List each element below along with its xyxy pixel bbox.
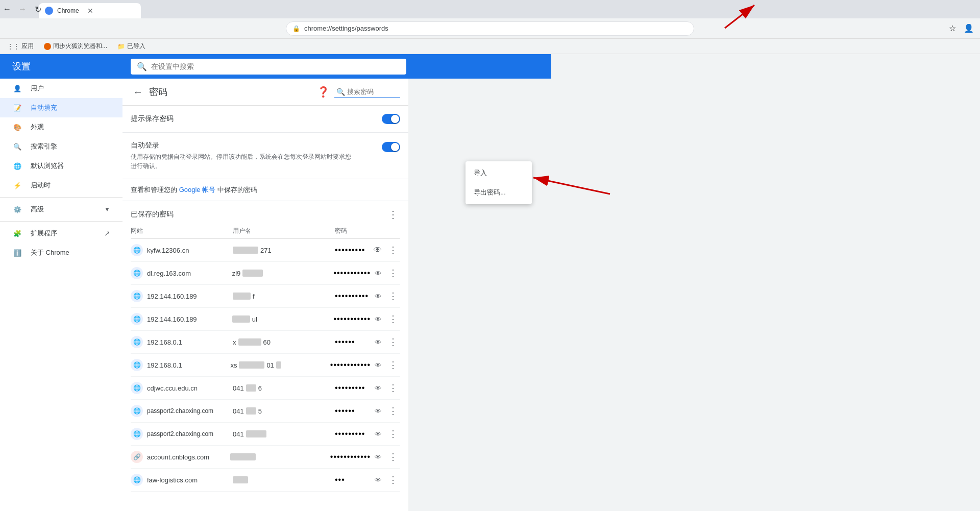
- sidebar-item-extensions[interactable]: 🧩 扩展程序 ↗: [0, 224, 122, 243]
- passwords-header-actions: ❓ 🔍: [316, 85, 400, 99]
- more-8[interactable]: ⋮: [386, 427, 400, 441]
- more-9[interactable]: ⋮: [386, 450, 400, 464]
- user-icon: 👤: [12, 85, 22, 92]
- bookmarks-bar: ⋮⋮ 应用 同步火狐浏览器和... 📁 已导入: [0, 39, 980, 54]
- password-row-3: 🌐 192.144.160.189 ul ••••••••••• 👁 ⋮: [131, 308, 400, 331]
- sidebar-item-user[interactable]: 👤 用户: [0, 79, 122, 98]
- reveal-pass-9[interactable]: 👁: [371, 450, 385, 464]
- google-account-link[interactable]: Google 帐号: [179, 186, 216, 193]
- context-menu-export[interactable]: 导出密码...: [465, 183, 532, 202]
- pass-cell-0: •••••••••: [335, 246, 371, 255]
- search-password-input[interactable]: [347, 88, 398, 95]
- google-account-row: 查看和管理您的 Google 帐号 中保存的密码: [122, 179, 408, 201]
- firefox-favicon: [44, 43, 51, 50]
- passwords-header: ← 密码 ❓ 🔍: [122, 79, 408, 106]
- col-user-header: 用户名: [233, 227, 335, 235]
- settings-search-bar[interactable]: 🔍: [131, 59, 406, 75]
- reveal-pass-5[interactable]: 👁: [371, 358, 385, 372]
- settings-search-area: 🔍: [122, 54, 551, 79]
- passwords-content: ← 密码 ❓ 🔍 提示保存密码: [122, 79, 408, 511]
- sidebar-item-search[interactable]: 🔍 搜索引擎: [0, 137, 122, 156]
- sidebar-item-about[interactable]: ℹ️ 关于 Chrome: [0, 243, 122, 262]
- reveal-pass-1[interactable]: 👁: [371, 266, 385, 280]
- settings-header: 设置: [0, 54, 122, 79]
- left-panel: 设置 👤 用户 📝 自动填充 🎨 外观 🔍 搜索引擎: [0, 54, 122, 511]
- apps-grid-icon: ⋮⋮: [7, 43, 19, 50]
- saved-passwords-section: 已保存的密码 ⋮ 网站 用户名 密码 🌐 kyfw.12306.cn: [122, 201, 408, 492]
- saved-passwords-more-button[interactable]: ⋮: [386, 207, 400, 222]
- right-gray-area: [551, 54, 980, 511]
- sidebar-item-autofill[interactable]: 📝 自动填充: [0, 98, 122, 117]
- password-row-10: 🌐 faw-logistics.com ••• 👁 ⋮: [131, 469, 400, 492]
- reveal-pass-6[interactable]: 👁: [371, 381, 385, 395]
- reveal-pass-7[interactable]: 👁: [371, 404, 385, 418]
- site-cell-0: 🌐 kyfw.12306.cn: [131, 244, 233, 256]
- settings-search-input[interactable]: [151, 62, 400, 70]
- nav-actions: ☆ 👤: [945, 21, 976, 36]
- passwords-back-button[interactable]: ←: [131, 85, 145, 99]
- tab-close-icon[interactable]: ✕: [87, 7, 93, 15]
- context-menu-import[interactable]: 导入: [465, 163, 532, 183]
- more-7[interactable]: ⋮: [386, 404, 400, 418]
- site-2: 192.144.160.189: [147, 293, 197, 300]
- password-row-4: 🌐 192.168.0.1 x60 •••••• 👁 ⋮: [131, 331, 400, 354]
- tab-title: Chrome: [57, 7, 79, 14]
- site-3: 192.144.160.189: [147, 315, 197, 323]
- settings-page: 设置 👤 用户 📝 自动填充 🎨 外观 🔍 搜索引擎: [0, 54, 980, 511]
- passwords-help-button[interactable]: ❓: [316, 85, 330, 99]
- extensions-icon: 🧩: [12, 230, 22, 237]
- reveal-pass-2[interactable]: 👁: [371, 289, 385, 303]
- site-name-0: kyfw.12306.cn: [147, 247, 189, 254]
- reload-button[interactable]: ↻: [31, 2, 45, 16]
- tab-bar: ← → ↻ Chrome ✕: [0, 0, 980, 18]
- context-menu: 导入 导出密码...: [465, 161, 532, 204]
- profile-button[interactable]: 👤: [962, 21, 976, 36]
- more-6[interactable]: ⋮: [386, 381, 400, 395]
- more-5[interactable]: ⋮: [386, 358, 400, 372]
- auto-signin-toggle[interactable]: [382, 142, 400, 152]
- sidebar-item-startup[interactable]: ⚡ 启动时: [0, 176, 122, 195]
- reveal-pass-4[interactable]: 👁: [371, 335, 385, 349]
- active-tab[interactable]: Chrome ✕: [39, 3, 141, 18]
- bookmark-star-button[interactable]: ☆: [945, 21, 960, 36]
- passwords-title: 密码: [149, 86, 316, 98]
- site-8: passport2.chaoxing.com: [147, 430, 213, 437]
- reveal-pass-8[interactable]: 👁: [371, 427, 385, 441]
- col-site-header: 网站: [131, 227, 233, 235]
- reveal-pass-0[interactable]: 👁: [371, 243, 385, 257]
- lock-icon: 🔒: [292, 25, 300, 32]
- more-4[interactable]: ⋮: [386, 335, 400, 349]
- more-0[interactable]: ⋮: [386, 243, 400, 257]
- password-row-2: 🌐 192.144.160.189 f •••••••••• 👁 ⋮: [131, 285, 400, 308]
- bookmark-item-firefox[interactable]: 同步火狐浏览器和...: [41, 41, 110, 52]
- search-pass-icon: 🔍: [336, 88, 345, 96]
- advanced-icon: ⚙️: [12, 206, 22, 213]
- offer-save-toggle[interactable]: [382, 114, 400, 124]
- external-link-icon: ↗: [104, 229, 110, 237]
- saved-passwords-title: 已保存的密码: [131, 210, 174, 219]
- user-cell-0: 271: [233, 247, 335, 254]
- more-3[interactable]: ⋮: [386, 312, 400, 326]
- passwords-table-header: 网站 用户名 密码: [131, 224, 400, 239]
- address-bar[interactable]: 🔒 chrome://settings/passwords: [286, 21, 694, 36]
- col-pass-header: 密码: [335, 227, 400, 235]
- sidebar-item-appearance[interactable]: 🎨 外观: [0, 117, 122, 137]
- password-row-7: 🌐 passport2.chaoxing.com 0415 •••••• 👁 ⋮: [131, 400, 400, 423]
- back-button[interactable]: ←: [0, 2, 14, 16]
- reveal-pass-3[interactable]: 👁: [371, 312, 385, 326]
- appearance-icon: 🎨: [12, 124, 22, 131]
- apps-button[interactable]: ⋮⋮ 应用: [4, 41, 37, 52]
- more-2[interactable]: ⋮: [386, 289, 400, 303]
- sidebar: 👤 用户 📝 自动填充 🎨 外观 🔍 搜索引擎 🌐 默认浏览器: [0, 79, 122, 511]
- autofill-icon: 📝: [12, 104, 22, 112]
- more-1[interactable]: ⋮: [386, 266, 400, 280]
- bookmark-item-imported[interactable]: 📁 已导入: [114, 41, 149, 52]
- forward-button[interactable]: →: [15, 2, 30, 16]
- more-10[interactable]: ⋮: [386, 473, 400, 487]
- sidebar-item-advanced[interactable]: ⚙️ 高级 ▼: [0, 200, 122, 219]
- reveal-pass-10[interactable]: 👁: [371, 473, 385, 487]
- password-row-6: 🌐 cdjwc.ccu.edu.cn 0416 ••••••••• 👁 ⋮: [131, 377, 400, 400]
- search-password-bar: 🔍: [334, 87, 400, 98]
- offer-save-setting: 提示保存密码: [122, 106, 408, 133]
- sidebar-item-default-browser[interactable]: 🌐 默认浏览器: [0, 156, 122, 176]
